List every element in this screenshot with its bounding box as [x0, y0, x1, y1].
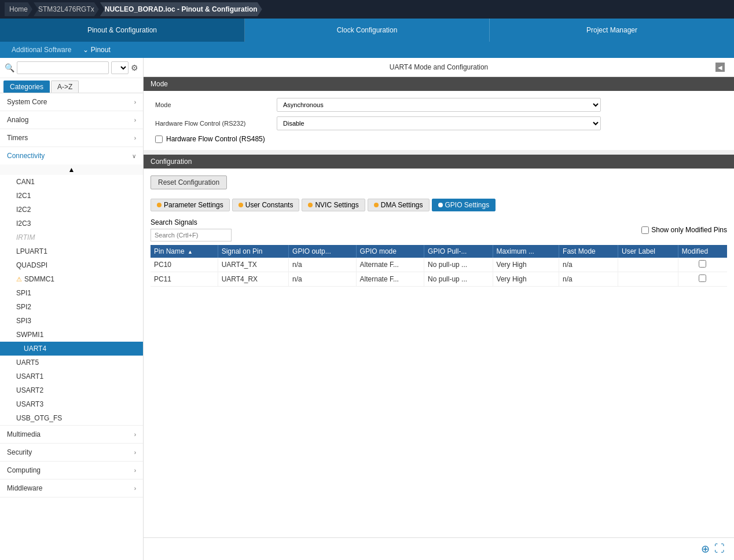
col-user-label[interactable]: User Label [618, 245, 678, 258]
mode-section-header: Mode [144, 77, 734, 91]
section-multimedia: Multimedia › [0, 426, 143, 444]
sidebar-item-sdmmc1[interactable]: ⚠ SDMMC1 [0, 272, 143, 286]
sidebar-item-connectivity[interactable]: Connectivity ∨ [0, 147, 143, 164]
sort-arrow-icon: ▲ [188, 249, 193, 255]
sidebar-item-irtim[interactable]: IRTIM [0, 230, 143, 244]
section-security: Security › [0, 444, 143, 462]
modified-checkbox[interactable] [699, 260, 706, 268]
sidebar: 🔍 ⚙ Categories A->Z System Core › [0, 58, 144, 560]
tab-categories[interactable]: Categories [3, 80, 50, 93]
col-signal[interactable]: Signal on Pin [218, 245, 288, 258]
config-tabs: Parameter Settings User Constants NVIC S… [144, 196, 734, 214]
hw-flow-rs485-label: Hardware Flow Control (RS485) [166, 135, 265, 143]
sidebar-item-quadspi[interactable]: QUADSPI [0, 258, 143, 272]
breadcrumb-device[interactable]: STM32L476RGTx [34, 2, 99, 16]
hw-flow-rs485-checkbox[interactable] [155, 136, 163, 143]
sidebar-item-spi3[interactable]: SPI3 [0, 314, 143, 328]
sidebar-item-i2c3[interactable]: I2C3 [0, 217, 143, 230]
col-maximum[interactable]: Maximum ... [493, 245, 559, 258]
config-tab-nvic[interactable]: NVIC Settings [302, 199, 365, 211]
section-connectivity: Connectivity ∨ ▲ CAN1 I2C1 I2C2 I2C3 IRT… [0, 147, 143, 426]
sidebar-item-uart5[interactable]: UART5 [0, 356, 143, 369]
subtab-additional-software[interactable]: Additional Software [12, 46, 71, 54]
tab-clock[interactable]: Clock Configuration [245, 19, 490, 42]
warn-icon: ⚠ [16, 276, 22, 283]
sidebar-item-security[interactable]: Security › [0, 444, 143, 461]
sidebar-item-usart2[interactable]: USART2 [0, 383, 143, 397]
sidebar-item-swpmi1[interactable]: SWPMI1 [0, 328, 143, 342]
mode-form: Mode Asynchronous Hardware Flow Control … [144, 91, 734, 150]
scroll-up-button[interactable]: ▲ [0, 164, 143, 175]
col-modified[interactable]: Modified [678, 245, 727, 258]
show-modified-label: Show only Modified Pins [651, 226, 727, 234]
mode-select[interactable]: Asynchronous [277, 98, 601, 112]
chevron-right-icon: › [134, 431, 136, 438]
show-modified-checkbox[interactable] [641, 226, 649, 234]
sidebar-item-analog[interactable]: Analog › [0, 111, 143, 129]
config-tab-gpio[interactable]: GPIO Settings [432, 199, 496, 211]
subtab-pinout[interactable]: ⌄ Pinout [83, 46, 110, 54]
search-signals-label: Search Signals [151, 218, 232, 226]
sidebar-item-middleware[interactable]: Middleware › [0, 480, 143, 497]
col-gpio-mode[interactable]: GPIO mode [356, 245, 424, 258]
gear-icon[interactable]: ⚙ [131, 63, 138, 72]
chevron-right-icon: › [134, 117, 136, 123]
breadcrumb-file[interactable]: NUCLEO_BORAD.ioc - Pinout & Configuratio… [100, 2, 262, 16]
hw-flow-rs232-row: Hardware Flow Control (RS232) Disable [155, 116, 722, 130]
search-input[interactable] [17, 61, 109, 74]
section-computing: Computing › [0, 462, 143, 480]
signals-section: Search Signals Show only Modified Pins P… [144, 214, 734, 291]
col-pin-name[interactable]: Pin Name ▲ [151, 245, 218, 258]
sidebar-item-system-core[interactable]: System Core › [0, 93, 143, 111]
mode-label: Mode [155, 101, 271, 108]
tab-pinout[interactable]: Pinout & Configuration [0, 19, 245, 42]
sidebar-item-lpuart1[interactable]: LPUART1 [0, 244, 143, 258]
search-dropdown[interactable] [111, 61, 129, 74]
fullscreen-icon[interactable]: ⛶ [714, 543, 725, 555]
hw-flow-rs232-label: Hardware Flow Control (RS232) [155, 120, 271, 127]
reset-config-button[interactable]: Reset Configuration [151, 175, 227, 189]
sidebar-item-usb-otg-fs[interactable]: USB_OTG_FS [0, 411, 143, 425]
sidebar-item-usart3[interactable]: USART3 [0, 397, 143, 411]
dot-indicator [374, 203, 379, 207]
sidebar-item-timers[interactable]: Timers › [0, 129, 143, 147]
sidebar-item-usart1[interactable]: USART1 [0, 369, 143, 383]
config-tab-parameter[interactable]: Parameter Settings [151, 199, 230, 211]
chevron-right-icon: › [134, 99, 136, 105]
signals-search-input[interactable] [151, 229, 232, 241]
zoom-in-icon[interactable]: ⊕ [701, 543, 710, 555]
config-tab-dma[interactable]: DMA Settings [368, 199, 430, 211]
dot-indicator [157, 203, 162, 207]
modified-checkbox[interactable] [699, 274, 706, 282]
sidebar-item-i2c1[interactable]: I2C1 [0, 189, 143, 203]
mode-section: Mode Mode Asynchronous Hardware Flow Con… [144, 77, 734, 150]
check-icon: ✓ [16, 345, 21, 353]
sidebar-item-can1[interactable]: CAN1 [0, 175, 143, 189]
tab-project-manager[interactable]: Project Manager [490, 19, 734, 42]
col-gpio-pull[interactable]: GPIO Pull-... [424, 245, 493, 258]
section-system-core: System Core › [0, 93, 143, 111]
sub-tabs: Additional Software ⌄ Pinout [0, 42, 734, 58]
sidebar-item-spi1[interactable]: SPI1 [0, 286, 143, 300]
bottom-icons: ⊕ ⛶ [144, 537, 734, 560]
mode-row: Mode Asynchronous [155, 98, 722, 112]
chevron-right-icon: › [134, 449, 136, 456]
table-row: PC10UART4_TXn/aAlternate F...No pull-up … [151, 258, 727, 272]
config-tab-user-constants[interactable]: User Constants [232, 199, 300, 211]
sidebar-item-multimedia[interactable]: Multimedia › [0, 426, 143, 443]
table-row: PC11UART4_RXn/aAlternate F...No pull-up … [151, 272, 727, 287]
breadcrumb: Home STM32L476RGTx NUCLEO_BORAD.ioc - Pi… [0, 0, 734, 19]
dot-indicator [438, 203, 443, 207]
show-modified-row: Show only Modified Pins [641, 226, 727, 234]
sidebar-item-i2c2[interactable]: I2C2 [0, 203, 143, 217]
sidebar-item-uart4[interactable]: ✓ UART4 [0, 342, 143, 356]
config-section: Configuration Reset Configuration Parame… [144, 155, 734, 537]
col-fast-mode[interactable]: Fast Mode [559, 245, 618, 258]
sidebar-item-computing[interactable]: Computing › [0, 462, 143, 479]
breadcrumb-home[interactable]: Home [5, 2, 32, 16]
hw-flow-rs232-select[interactable]: Disable [277, 116, 601, 130]
sidebar-item-spi2[interactable]: SPI2 [0, 300, 143, 314]
tab-az[interactable]: A->Z [51, 80, 79, 93]
col-gpio-out[interactable]: GPIO outp... [289, 245, 357, 258]
collapse-button[interactable]: ◀ [715, 63, 725, 72]
